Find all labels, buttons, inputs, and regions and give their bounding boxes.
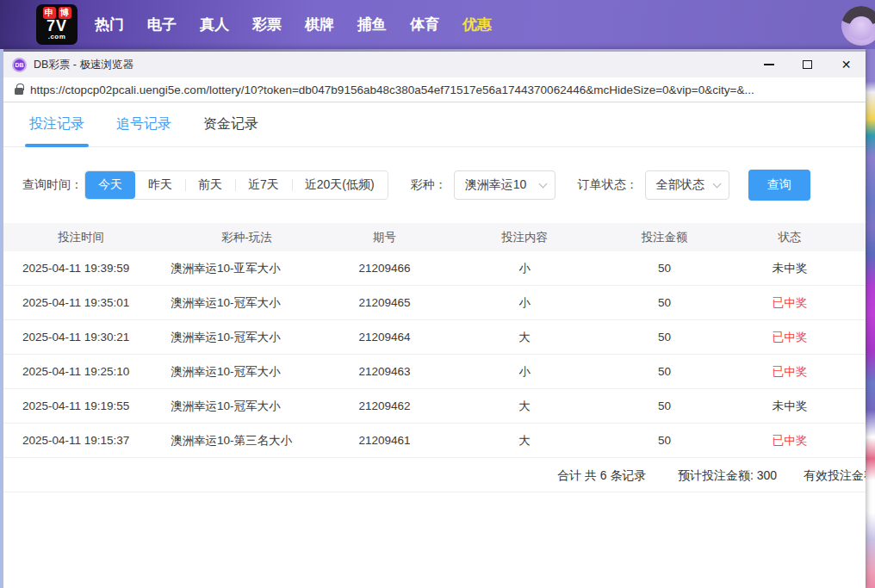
- status: 未中奖: [714, 399, 866, 414]
- bet-time: 2025-04-11 19:35:01: [3, 296, 158, 309]
- table-row: 2025-04-11 19:39:59澳洲幸运10-亚军大小21209466小5…: [3, 251, 866, 286]
- time-option-7days[interactable]: 近7天: [235, 171, 292, 199]
- nav-item-slots[interactable]: 电子: [147, 15, 177, 34]
- lottery-select[interactable]: 澳洲幸运10: [454, 170, 555, 200]
- game-play: 澳洲幸运10-第三名大小: [158, 433, 335, 449]
- nav-item-chess[interactable]: 棋牌: [305, 15, 334, 34]
- bet-amount: 50: [615, 262, 714, 275]
- time-filter-label: 查询时间：: [22, 177, 83, 193]
- bet-time: 2025-04-11 19:19:55: [3, 399, 158, 412]
- issue-number: 21209462: [335, 399, 434, 412]
- filter-bar: 查询时间： 今天 昨天 前天 近7天 近20天(低频) 彩种： 澳洲幸运10 订…: [3, 170, 866, 201]
- game-play: 澳洲幸运10-冠军大小: [158, 364, 335, 380]
- bet-amount: 50: [615, 296, 714, 309]
- tab-chase-records[interactable]: 追号记录: [116, 102, 171, 146]
- bet-amount: 50: [615, 331, 714, 344]
- table-header: 投注时间 彩种-玩法 期号 投注内容 投注金额 状态: [3, 223, 866, 251]
- nav-item-lottery[interactable]: 彩票: [252, 15, 282, 34]
- bet-time: 2025-04-11 19:25:10: [3, 365, 158, 378]
- window-controls: ✕: [749, 52, 866, 77]
- page-content: 投注记录 追号记录 资金记录 查询时间： 今天 昨天 前天 近7天 近20天(低…: [3, 102, 866, 492]
- status: 已中奖: [714, 330, 866, 345]
- bet-content: 大: [434, 399, 615, 414]
- tab-fund-records[interactable]: 资金记录: [203, 102, 258, 146]
- nav-item-live[interactable]: 真人: [200, 15, 229, 34]
- close-button[interactable]: ✕: [827, 52, 866, 77]
- table-row: 2025-04-11 19:25:10澳洲幸运10-冠军大小21209463小5…: [3, 355, 866, 389]
- status: 已中奖: [714, 364, 866, 380]
- window-title: DB彩票 - 极速浏览器: [34, 58, 133, 72]
- status: 未中奖: [714, 261, 866, 276]
- bet-amount: 50: [615, 365, 714, 378]
- column-issue: 期号: [335, 230, 434, 245]
- nav-item-hot[interactable]: 热门: [95, 15, 124, 34]
- minimize-button[interactable]: [749, 52, 788, 77]
- nav-item-promo[interactable]: 优惠: [462, 15, 492, 34]
- logo-main-text: 7V: [36, 19, 78, 34]
- screen: 申 博 7V .com 热门 电子 真人 彩票 棋牌 捕鱼 体育 优惠 DB D…: [0, 0, 875, 588]
- table-row: 2025-04-11 19:30:21澳洲幸运10-冠军大小21209464大5…: [3, 320, 866, 355]
- issue-number: 21209464: [335, 331, 434, 344]
- summary-row: 合计 共 6 条记录 预计投注金额: 300 有效投注金额: [3, 458, 866, 492]
- order-status-value: 全部状态: [656, 177, 704, 193]
- window-titlebar[interactable]: DB DB彩票 - 极速浏览器 ✕: [3, 52, 866, 77]
- user-avatar[interactable]: [841, 6, 875, 46]
- game-play: 澳洲幸运10-冠军大小: [158, 295, 335, 311]
- status-filter-label: 订单状态：: [578, 177, 638, 193]
- browser-window: DB DB彩票 - 极速浏览器 ✕ https://ctopcp02pcali.…: [0, 49, 866, 588]
- chevron-down-icon: [712, 180, 721, 189]
- nav-menu: 热门 电子 真人 彩票 棋牌 捕鱼 体育 优惠: [95, 0, 492, 49]
- chevron-down-icon: [538, 180, 547, 189]
- maximize-button[interactable]: [788, 52, 827, 77]
- bet-time: 2025-04-11 19:15:37: [3, 434, 158, 447]
- bet-content: 小: [434, 295, 615, 311]
- bet-time: 2025-04-11 19:30:21: [3, 331, 158, 344]
- issue-number: 21209461: [335, 434, 434, 447]
- column-bet-amount: 投注金额: [615, 230, 714, 245]
- time-option-yesterday[interactable]: 昨天: [135, 171, 185, 199]
- bet-amount: 50: [615, 399, 714, 412]
- table-body: 2025-04-11 19:39:59澳洲幸运10-亚军大小21209466小5…: [3, 251, 866, 458]
- time-option-day-before[interactable]: 前天: [185, 171, 235, 199]
- url-text[interactable]: https://ctopcp02pcali.uengi5e.com/lotter…: [30, 84, 754, 96]
- order-status-select[interactable]: 全部状态: [645, 170, 729, 200]
- time-option-20days[interactable]: 近20天(低频): [292, 171, 388, 199]
- maximize-icon: [803, 60, 812, 69]
- bet-time: 2025-04-11 19:39:59: [3, 262, 158, 275]
- close-icon: ✕: [841, 59, 852, 71]
- minimize-icon: [764, 64, 774, 65]
- column-bet-content: 投注内容: [434, 230, 615, 245]
- column-bet-time: 投注时间: [3, 230, 158, 245]
- nav-item-fishing[interactable]: 捕鱼: [357, 15, 387, 34]
- issue-number: 21209466: [335, 262, 434, 275]
- time-option-today[interactable]: 今天: [85, 171, 135, 199]
- tab-bet-records[interactable]: 投注记录: [29, 102, 84, 146]
- column-game-play: 彩种-玩法: [158, 230, 335, 245]
- nav-item-sports[interactable]: 体育: [410, 15, 439, 34]
- issue-number: 21209463: [335, 365, 434, 378]
- game-play: 澳洲幸运10-冠军大小: [158, 330, 335, 345]
- bet-content: 小: [434, 261, 615, 276]
- status: 已中奖: [714, 295, 866, 311]
- favicon-icon: DB: [12, 58, 27, 72]
- background-page-strip: [866, 49, 875, 588]
- address-bar[interactable]: https://ctopcp02pcali.uengi5e.com/lotter…: [3, 77, 866, 102]
- lock-icon: [15, 88, 23, 95]
- time-range-group: 今天 昨天 前天 近7天 近20天(低频): [84, 170, 388, 200]
- bet-content: 大: [434, 433, 615, 449]
- logo-sub-text: .com: [36, 34, 78, 40]
- summary-total: 合计 共 6 条记录: [557, 458, 646, 492]
- bet-records-table: 投注时间 彩种-玩法 期号 投注内容 投注金额 状态 2025-04-11 19…: [3, 223, 866, 492]
- site-navbar: 申 博 7V .com 热门 电子 真人 彩票 棋牌 捕鱼 体育 优惠: [0, 0, 875, 49]
- column-status: 状态: [714, 230, 866, 245]
- table-row: 2025-04-11 19:35:01澳洲幸运10-冠军大小21209465小5…: [3, 286, 866, 320]
- table-row: 2025-04-11 19:19:55澳洲幸运10-冠军大小21209462大5…: [3, 389, 866, 424]
- game-play: 澳洲幸运10-亚军大小: [158, 261, 335, 276]
- table-row: 2025-04-11 19:15:37澳洲幸运10-第三名大小21209461大…: [3, 424, 866, 458]
- bet-content: 小: [434, 364, 615, 380]
- bet-amount: 50: [615, 434, 714, 447]
- game-play: 澳洲幸运10-冠军大小: [158, 399, 335, 414]
- bet-content: 大: [434, 330, 615, 345]
- site-logo[interactable]: 申 博 7V .com: [36, 4, 78, 45]
- search-button[interactable]: 查询: [748, 170, 810, 201]
